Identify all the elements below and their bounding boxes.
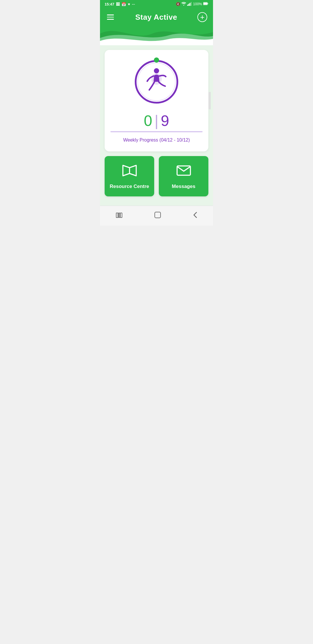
nav-bar: [100, 206, 213, 226]
book-icon: [122, 164, 137, 179]
envelope-icon: [176, 164, 192, 179]
svg-rect-2: [190, 3, 190, 6]
back-button[interactable]: [186, 210, 204, 222]
more-icon: ···: [132, 2, 135, 6]
svg-rect-14: [120, 213, 122, 218]
progress-card: 0 | 9 Weekly Progress (04/12 - 10/12): [105, 50, 208, 151]
svg-rect-3: [191, 2, 192, 6]
home-button[interactable]: [148, 210, 168, 222]
wave-decoration: [100, 22, 213, 45]
svg-rect-5: [203, 3, 207, 5]
status-time: 15:47: [105, 2, 114, 6]
silent-icon: 🔇: [176, 2, 180, 6]
svg-rect-12: [116, 213, 118, 218]
score-display: 0 | 9: [144, 113, 169, 128]
add-button[interactable]: +: [197, 12, 207, 22]
calendar-icon: 📅: [121, 2, 126, 6]
resource-centre-label: Resource Centre: [110, 184, 149, 189]
status-bar-right: 🔇 100%: [176, 2, 208, 6]
resource-centre-button[interactable]: Resource Centre: [105, 156, 154, 196]
score-current: 0: [144, 113, 152, 128]
heart-icon: ♥: [128, 2, 130, 6]
page-title: Stay Active: [135, 13, 177, 22]
header: Stay Active +: [100, 8, 213, 22]
svg-rect-6: [208, 3, 208, 4]
battery-icon: [203, 2, 208, 6]
menu-button[interactable]: [106, 13, 115, 21]
svg-rect-15: [155, 212, 161, 218]
main-content: 0 | 9 Weekly Progress (04/12 - 10/12) Re…: [100, 45, 213, 206]
progress-bar: [110, 131, 203, 132]
gallery-icon: 🖼: [116, 2, 120, 6]
score-divider: |: [154, 113, 159, 128]
score-total: 9: [161, 113, 169, 128]
signal-icon: [187, 2, 192, 6]
svg-point-9: [154, 68, 159, 73]
weekly-progress-label: Weekly Progress (04/12 - 10/12): [123, 138, 190, 143]
bottom-buttons: Resource Centre Messages: [105, 156, 208, 201]
wifi-icon: [181, 2, 186, 6]
status-bar-left: 15:47 🖼 📅 ♥ ···: [105, 2, 135, 6]
messages-label: Messages: [172, 184, 195, 189]
messages-button[interactable]: Messages: [159, 156, 208, 196]
status-bar: 15:47 🖼 📅 ♥ ··· 🔇 100%: [100, 0, 213, 8]
green-dot-indicator: [154, 57, 159, 63]
battery-level: 100%: [193, 2, 202, 6]
activity-circle: [133, 59, 180, 105]
svg-rect-13: [119, 213, 120, 218]
scroll-indicator: [208, 92, 211, 109]
svg-rect-1: [188, 4, 189, 6]
svg-rect-0: [187, 5, 188, 6]
recents-button[interactable]: [109, 210, 129, 221]
